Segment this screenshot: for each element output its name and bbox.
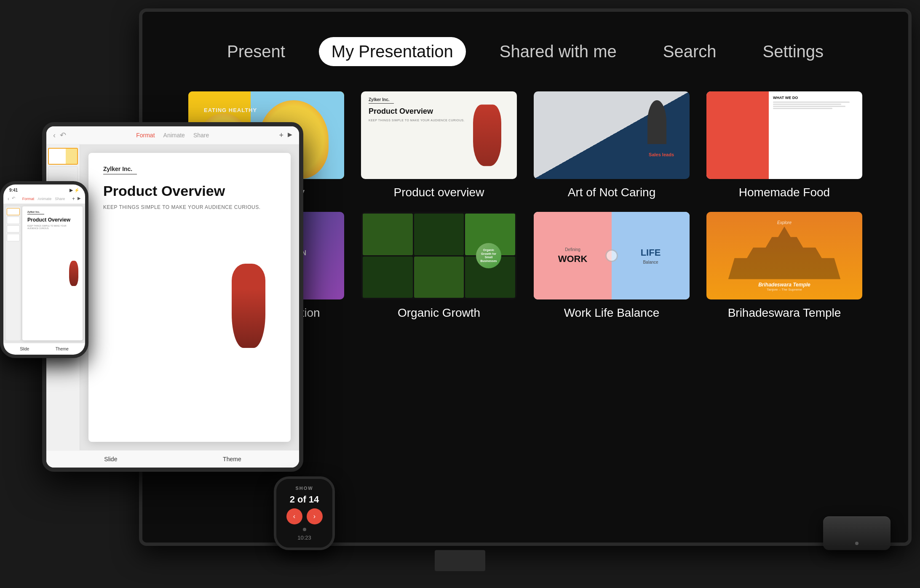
- thumbnail-worklife: Defining WORK LIFE Balance: [534, 212, 690, 299]
- watch-slide-number: 2 of 14: [290, 494, 319, 505]
- art-bg: [534, 91, 690, 179]
- iphone-slide-sub: KEEP THINGS SIMPLE TO MAKE YOUR AUDIENCE…: [27, 225, 78, 230]
- nav-settings[interactable]: Settings: [750, 37, 837, 66]
- ipad-theme-tab[interactable]: Theme: [223, 456, 241, 462]
- iphone-slide-strip: [6, 206, 21, 340]
- tv-stand: [435, 550, 485, 571]
- presentation-temple[interactable]: Explore Brihadeswara Temple Tanjore – Th…: [706, 212, 862, 320]
- nav-present[interactable]: Present: [214, 37, 298, 66]
- ipad-slide-thumb-1[interactable]: [48, 148, 78, 165]
- iphone-share-tab[interactable]: Share: [55, 197, 65, 201]
- appletv-container: [819, 516, 895, 567]
- iphone-actions: + ▶: [72, 196, 81, 202]
- food-red-strip: [706, 91, 769, 179]
- iphone-status-icons: ▶ ⚡: [70, 188, 79, 192]
- iphone-thumb-4[interactable]: [7, 234, 20, 241]
- temple-silhouette: [722, 227, 847, 279]
- iphone-play[interactable]: ▶: [78, 196, 81, 202]
- food-label: Homemade Food: [739, 186, 830, 199]
- ipad-back-button[interactable]: ‹: [53, 131, 56, 140]
- watch-time: 10:23: [297, 535, 311, 541]
- nav-my-presentation[interactable]: My Presentation: [319, 37, 466, 66]
- art-person-silhouette: [647, 100, 666, 144]
- iphone-undo[interactable]: ↶: [12, 196, 15, 202]
- presentation-art-not-caring[interactable]: Sales leads Art of Not Caring: [534, 91, 690, 199]
- iphone-main-slide: Zylker Inc. Product Overview KEEP THINGS…: [22, 206, 83, 340]
- watch-controls: ‹ ›: [286, 508, 323, 524]
- iphone-format-tab[interactable]: Format: [22, 197, 35, 201]
- ipad-add-button[interactable]: +: [279, 131, 283, 140]
- worklife-label: Work Life Balance: [564, 306, 660, 320]
- iphone-vase: [69, 261, 78, 286]
- art-label: Sales leads: [649, 152, 674, 157]
- organic-label: Organic Growth: [398, 306, 480, 320]
- iphone-slide-tab[interactable]: Slide: [20, 347, 29, 351]
- ipad-main-slide: Zylker Inc. Product Overview KEEP THINGS…: [88, 153, 291, 442]
- thumbnail-food: WHAT WE DO: [706, 91, 862, 179]
- worklife-life: LIFE: [641, 247, 661, 258]
- ipad-slide-title: Product Overview: [103, 183, 276, 199]
- iphone-slide-title: Product Overview: [27, 217, 78, 223]
- iphone-screen: 9:41 ▶ ⚡ ‹ ↶ Format Animate Share + ▶: [3, 184, 85, 355]
- watch-prev-button[interactable]: ‹: [286, 508, 302, 524]
- iphone-thumb-1[interactable]: [7, 208, 20, 215]
- watch-next-button[interactable]: ›: [307, 508, 323, 524]
- tv-nav: Present My Presentation Shared with me S…: [214, 37, 836, 66]
- nav-search[interactable]: Search: [650, 37, 729, 66]
- presentation-homemade-food[interactable]: WHAT WE DO Homemade Food: [706, 91, 862, 199]
- thumbnail-product: Zylker Inc. Product Overview KEEP THINGS…: [361, 91, 517, 179]
- ipad-slide-subtitle: KEEP THINGS SIMPLE TO MAKE YOUR AUDIENCE…: [103, 204, 276, 210]
- nav-shared-with-me[interactable]: Shared with me: [487, 37, 629, 66]
- temple-label: Brihadeswara Temple: [728, 306, 841, 320]
- presentation-product-overview[interactable]: Zylker Inc. Product Overview KEEP THINGS…: [361, 91, 517, 199]
- ipad-format-tab[interactable]: Format: [136, 132, 155, 139]
- ipad-share-tab[interactable]: Share: [193, 132, 209, 139]
- ipad-nav-buttons: ‹ ↶: [53, 131, 66, 140]
- iphone-bottombar: Slide Theme: [3, 343, 85, 355]
- iphone-time: 9:41: [9, 188, 18, 192]
- iphone-container: 9:41 ▶ ⚡ ‹ ↶ Format Animate Share + ▶: [0, 181, 88, 358]
- ipad-slide-thumb-2[interactable]: [48, 166, 78, 183]
- thumbnail-temple: Explore Brihadeswara Temple Tanjore – Th…: [706, 212, 862, 299]
- iphone-thumb-3[interactable]: [7, 225, 20, 233]
- worklife-defining: Defining: [565, 247, 580, 252]
- presentation-work-life[interactable]: Defining WORK LIFE Balance Work Life Bal…: [534, 212, 690, 320]
- iphone-slide-logo: Zylker Inc.: [27, 211, 44, 214]
- thumbnail-organic: Organic Growth for Small Businesses: [361, 212, 517, 299]
- ipad-undo-button[interactable]: ↶: [60, 131, 66, 140]
- iphone-back[interactable]: ‹: [8, 196, 9, 202]
- product-logo: Zylker Inc.: [369, 97, 394, 104]
- temple-name: Brihadeswara Temple: [758, 282, 810, 288]
- art-label-text: Art of Not Caring: [568, 186, 656, 199]
- product-vase: [473, 104, 501, 166]
- iphone-toolbar: Format Animate Share: [22, 197, 65, 201]
- ipad-animate-tab[interactable]: Animate: [163, 132, 185, 139]
- ipad-bottombar: Slide Theme: [46, 450, 299, 468]
- watch-dot-indicator: [303, 528, 306, 531]
- appletv-indicator-light: [855, 542, 858, 545]
- iphone-slide-area: Zylker Inc. Product Overview KEEP THINGS…: [3, 204, 85, 343]
- thumbnail-art: Sales leads: [534, 91, 690, 179]
- iphone-thumb-2[interactable]: [7, 216, 20, 224]
- temple-prefix: Explore: [777, 220, 792, 225]
- ipad-slide-logo: Zylker Inc.: [103, 166, 137, 174]
- organic-circle: Organic Growth for Small Businesses: [476, 243, 501, 268]
- iphone-topbar: ‹ ↶ Format Animate Share + ▶: [3, 194, 85, 204]
- watch-show-label: SHOW: [295, 486, 313, 491]
- worklife-work: WORK: [558, 254, 588, 265]
- watch-screen: SHOW 2 of 14 ‹ › 10:23: [276, 479, 332, 548]
- ipad-play-button[interactable]: ▶: [288, 131, 292, 140]
- product-label: Product overview: [394, 186, 484, 199]
- ipad-slide-tab[interactable]: Slide: [104, 456, 117, 462]
- ipad-toolbar: Format Animate Share: [136, 132, 209, 139]
- watch-container: SHOW 2 of 14 ‹ › 10:23: [274, 476, 335, 550]
- ipad-topbar: ‹ ↶ Format Animate Share + ▶: [46, 126, 299, 144]
- ipad-vase: [232, 264, 265, 348]
- ipad-toolbar-right: + ▶: [279, 131, 292, 140]
- iphone-theme-tab[interactable]: Theme: [56, 347, 69, 351]
- presentation-organic-growth[interactable]: Organic Growth for Small Businesses Orga…: [361, 212, 517, 320]
- iphone-add[interactable]: +: [72, 196, 75, 202]
- food-title-text: WHAT WE DO: [773, 96, 858, 100]
- iphone-animate-tab[interactable]: Animate: [37, 197, 51, 201]
- iphone-nav: ‹ ↶: [8, 196, 15, 202]
